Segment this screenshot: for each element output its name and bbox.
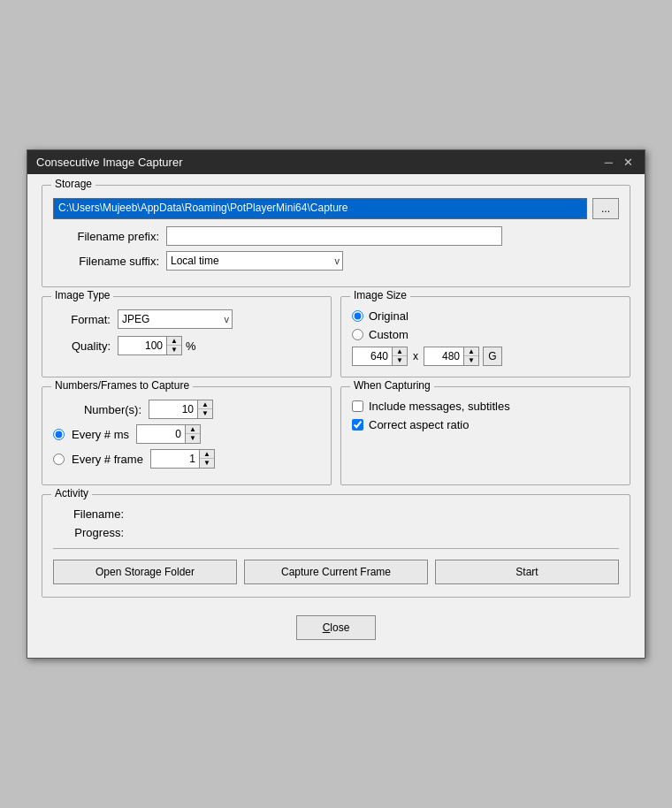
quality-row: Quality: 100 ▲ ▼ % [53,336,320,355]
frame-input[interactable]: 1 [150,449,199,469]
correct-aspect-row: Correct aspect ratio [352,418,619,431]
ms-decrement[interactable]: ▼ [186,434,200,443]
filename-prefix-label: Filename prefix: [53,230,159,243]
ms-increment[interactable]: ▲ [186,425,200,434]
window-title: Consecutive Image Capturer [36,156,182,169]
close-window-button[interactable]: ✕ [621,156,636,169]
original-radio[interactable] [352,310,363,322]
number-input[interactable]: 10 [149,400,197,419]
window-body: Storage C:\Users\Mujeeb\AppData\Roaming\… [27,174,645,658]
storage-content: C:\Users\Mujeeb\AppData\Roaming\PotPlaye… [53,194,619,271]
height-increment[interactable]: ▲ [464,347,478,356]
image-type-content: Format: JPEG PNG BMP Quality: 100 [53,306,320,355]
width-input[interactable]: 640 [352,347,392,366]
filename-suffix-select[interactable]: Local time UTC time Frame number None [166,251,343,271]
height-input[interactable]: 480 [424,347,463,366]
storage-group: Storage C:\Users\Mujeeb\AppData\Roaming\… [42,185,630,287]
correct-aspect-label: Correct aspect ratio [369,418,469,431]
browse-button[interactable]: ... [592,198,619,219]
number-spinbox: 10 ▲ ▼ [149,400,213,419]
ms-spinbox: 0 ▲ ▼ [136,424,201,444]
number-row: Number(s): 10 ▲ ▼ [53,400,320,419]
number-decrement[interactable]: ▼ [198,409,212,418]
image-type-group: Image Type Format: JPEG PNG BMP [42,296,332,377]
include-messages-row: Include messages, subtitles [352,400,619,413]
numbers-group-label: Numbers/Frames to Capture [51,379,193,392]
height-spin-buttons: ▲ ▼ [463,347,479,366]
action-buttons: Open Storage Folder Capture Current Fram… [53,560,619,584]
storage-path-row: C:\Users\Mujeeb\AppData\Roaming\PotPlaye… [53,198,619,219]
numbers-group: Numbers/Frames to Capture Number(s): 10 … [42,386,332,485]
frame-spinbox: 1 ▲ ▼ [150,449,215,469]
quality-unit: % [186,339,196,353]
quality-label: Quality: [53,339,111,353]
image-type-size-row: Image Type Format: JPEG PNG BMP [42,296,630,377]
every-ms-row: Every # ms 0 ▲ ▼ [53,424,320,444]
when-capturing-label: When Capturing [350,379,434,392]
filename-prefix-input[interactable] [166,226,502,246]
start-button[interactable]: Start [435,560,619,584]
custom-label: Custom [369,328,409,341]
include-messages-label: Include messages, subtitles [369,400,510,413]
quality-input[interactable]: 100 [118,336,166,355]
close-button[interactable]: Close [296,615,376,640]
number-label: Number(s): [53,403,141,416]
title-bar: Consecutive Image Capturer ─ ✕ [27,150,645,174]
every-ms-label: Every # ms [72,428,129,441]
format-row: Format: JPEG PNG BMP [53,309,320,329]
image-size-group: Image Size Original Custom 640 [340,296,630,377]
open-storage-button[interactable]: Open Storage Folder [53,560,237,584]
activity-progress-row: Progress: [53,526,619,539]
height-spinbox: 480 ▲ ▼ [424,347,479,366]
width-spin-buttons: ▲ ▼ [392,347,408,366]
storage-path-display[interactable]: C:\Users\Mujeeb\AppData\Roaming\PotPlaye… [53,198,587,219]
activity-separator [53,548,619,549]
filename-suffix-label: Filename suffix: [53,255,159,268]
image-size-content: Original Custom 640 ▲ ▼ [352,306,619,366]
image-size-label: Image Size [350,289,410,301]
quality-increment[interactable]: ▲ [167,337,181,346]
size-input-row: 640 ▲ ▼ x 480 ▲ ▼ [352,347,619,366]
activity-progress-label: Progress: [53,526,124,539]
frame-decrement[interactable]: ▼ [200,459,214,468]
include-messages-checkbox[interactable] [352,400,363,412]
original-radio-row: Original [352,309,619,323]
frame-increment[interactable]: ▲ [200,450,214,459]
capture-frame-button[interactable]: Capture Current Frame [244,560,428,584]
main-window: Consecutive Image Capturer ─ ✕ Storage C… [27,149,645,659]
ms-spin-buttons: ▲ ▼ [185,424,201,444]
pin-button[interactable]: ─ [602,156,615,169]
every-frame-row: Every # frame 1 ▲ ▼ [53,449,320,469]
number-increment[interactable]: ▲ [198,400,212,409]
filename-prefix-row: Filename prefix: [53,226,619,246]
when-capturing-content: Include messages, subtitles Correct aspe… [352,396,619,431]
width-increment[interactable]: ▲ [393,347,407,356]
when-capturing-group: When Capturing Include messages, subtitl… [340,386,630,485]
every-ms-radio[interactable] [53,429,65,440]
format-select[interactable]: JPEG PNG BMP [118,309,233,329]
activity-content: Filename: Progress: Open Storage Folder … [53,504,619,584]
storage-group-label: Storage [51,178,95,190]
every-frame-radio[interactable] [53,454,65,465]
quality-spinbox: 100 ▲ ▼ [118,336,182,355]
filename-suffix-wrapper: Local time UTC time Frame number None [166,251,343,271]
custom-radio[interactable] [352,329,363,340]
correct-aspect-checkbox[interactable] [352,419,363,431]
g-button[interactable]: G [483,347,502,366]
size-x-separator: x [411,350,420,362]
filename-suffix-row: Filename suffix: Local time UTC time Fra… [53,251,619,271]
original-label: Original [369,309,409,323]
title-bar-controls: ─ ✕ [602,156,636,169]
every-frame-label: Every # frame [72,453,143,466]
quality-decrement[interactable]: ▼ [167,346,181,354]
close-row: Close [42,606,630,644]
width-decrement[interactable]: ▼ [393,356,407,365]
height-decrement[interactable]: ▼ [464,356,478,365]
width-spinbox: 640 ▲ ▼ [352,347,408,366]
frame-spin-buttons: ▲ ▼ [199,449,215,469]
activity-filename-label: Filename: [53,507,124,521]
activity-group-label: Activity [51,487,92,499]
ms-input[interactable]: 0 [136,424,185,444]
image-type-label: Image Type [51,289,113,301]
format-wrapper: JPEG PNG BMP [118,309,233,329]
